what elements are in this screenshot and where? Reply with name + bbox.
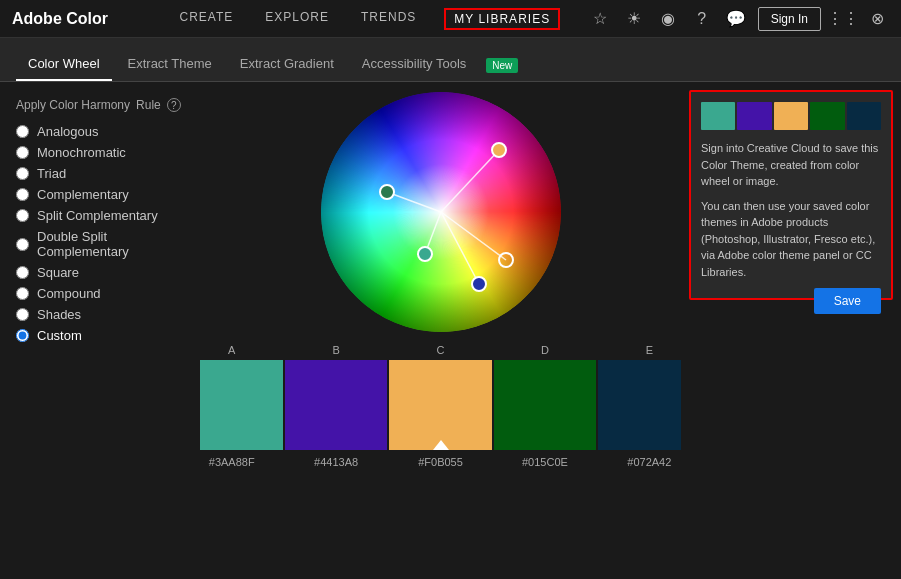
help-icon[interactable]: ? (690, 7, 714, 31)
wheel-dot-d[interactable] (471, 276, 487, 292)
harmony-label: Apply Color Harmony Rule ? (16, 98, 184, 112)
option-analogous[interactable]: Analogous (16, 124, 184, 139)
swatch-d[interactable] (494, 360, 596, 450)
mini-swatch-c (774, 102, 808, 130)
color-wheel-icon[interactable]: ◉ (656, 7, 680, 31)
mini-swatch-d (810, 102, 844, 130)
swatch-hex-c: #F0B055 (389, 456, 491, 468)
wheel-dot-b[interactable] (379, 184, 395, 200)
topnav-icons: ☆ ☀ ◉ ? 💬 Sign In ⋮⋮ ⊗ (588, 7, 889, 31)
swatch-hex-a: #3AA88F (200, 456, 283, 468)
option-split-complementary[interactable]: Split Complementary (16, 208, 184, 223)
main-area: Apply Color Harmony Rule ? Analogous Mon… (0, 82, 901, 579)
sidebar: Apply Color Harmony Rule ? Analogous Mon… (0, 82, 200, 579)
swatch-c[interactable] (389, 360, 491, 450)
sign-in-card: Sign into Creative Cloud to save this Co… (689, 90, 893, 300)
swatch-c-triangle (433, 440, 449, 450)
wheel-dot-e[interactable] (498, 252, 514, 268)
swatch-hex-b: #4413A8 (285, 456, 387, 468)
mini-swatches (701, 102, 881, 130)
wheel-dot-c[interactable] (417, 246, 433, 262)
harmony-options: Analogous Monochromatic Triad Complement… (16, 124, 184, 343)
swatch-a[interactable] (200, 360, 283, 450)
grid-icon[interactable]: ⋮⋮ (831, 7, 855, 31)
sign-in-text2: You can then use your saved color themes… (701, 198, 881, 281)
topnav: Adobe Color CREATE EXPLORE TRENDS MY LIB… (0, 0, 901, 38)
color-wheel[interactable] (321, 92, 561, 332)
swatch-label-d: D (494, 344, 596, 356)
swatch-label-e: E (598, 344, 681, 356)
option-square[interactable]: Square (16, 265, 184, 280)
swatch-label-a: A (200, 344, 283, 356)
swatch-hex-e: #072A42 (598, 456, 681, 468)
right-panel: Sign into Creative Cloud to save this Co… (681, 82, 901, 579)
signin-button[interactable]: Sign In (758, 7, 821, 31)
swatch-labels: A B C D E (200, 344, 681, 356)
nav-trends[interactable]: TRENDS (357, 8, 420, 30)
tab-color-wheel[interactable]: Color Wheel (16, 48, 112, 81)
wheel-dot-a[interactable] (491, 142, 507, 158)
nav-create[interactable]: CREATE (175, 8, 237, 30)
option-complementary[interactable]: Complementary (16, 187, 184, 202)
swatch-e[interactable] (598, 360, 681, 450)
option-monochromatic[interactable]: Monochromatic (16, 145, 184, 160)
swatch-hex-d: #015C0E (494, 456, 596, 468)
option-double-split-complementary[interactable]: Double Split Complementary (16, 229, 184, 259)
swatches-section: A B C D E #3AA88F #4413A8 #F0B055 #015C0… (200, 344, 681, 468)
tab-accessibility-tools[interactable]: Accessibility Tools (350, 48, 479, 81)
tab-extract-theme[interactable]: Extract Theme (116, 48, 224, 81)
new-badge: New (486, 58, 518, 73)
option-shades[interactable]: Shades (16, 307, 184, 322)
save-button[interactable]: Save (814, 288, 881, 314)
spiral-icon[interactable]: ⊗ (865, 7, 889, 31)
color-wheel-container[interactable] (321, 92, 561, 332)
swatch-label-b: B (285, 344, 387, 356)
sun-icon[interactable]: ☀ (622, 7, 646, 31)
swatches-row (200, 360, 681, 450)
swatch-hex-row: #3AA88F #4413A8 #F0B055 #015C0E #072A42 (200, 456, 681, 468)
swatch-label-c: C (389, 344, 491, 356)
center-panel: A B C D E #3AA88F #4413A8 #F0B055 #015C0… (200, 82, 681, 579)
mini-swatch-e (847, 102, 881, 130)
nav-links: CREATE EXPLORE TRENDS MY LIBRARIES (148, 8, 588, 30)
nav-explore[interactable]: EXPLORE (261, 8, 333, 30)
swatch-b[interactable] (285, 360, 387, 450)
nav-mylibraries[interactable]: MY LIBRARIES (444, 8, 560, 30)
option-compound[interactable]: Compound (16, 286, 184, 301)
mini-swatch-a (701, 102, 735, 130)
subtabs: Color Wheel Extract Theme Extract Gradie… (0, 38, 901, 82)
chat-icon[interactable]: 💬 (724, 7, 748, 31)
mini-swatch-b (737, 102, 771, 130)
star-icon[interactable]: ☆ (588, 7, 612, 31)
harmony-help-icon[interactable]: ? (167, 98, 181, 112)
option-custom[interactable]: Custom (16, 328, 184, 343)
brand: Adobe Color (12, 10, 108, 28)
tab-extract-gradient[interactable]: Extract Gradient (228, 48, 346, 81)
option-triad[interactable]: Triad (16, 166, 184, 181)
sign-in-text1: Sign into Creative Cloud to save this Co… (701, 140, 881, 190)
